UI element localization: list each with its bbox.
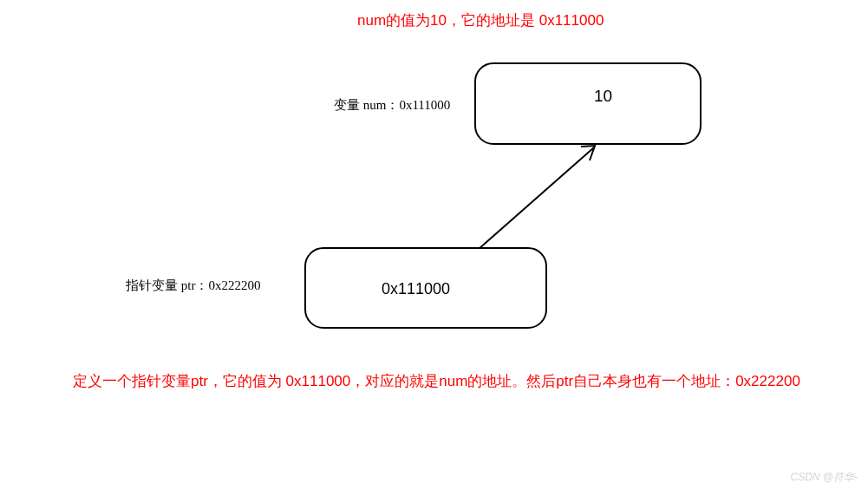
- explanation-top: num的值为10，它的地址是 0x111000: [357, 10, 604, 30]
- num-label: 变量 num：0x111000: [334, 97, 450, 114]
- watermark: CSDN @符华-: [790, 470, 858, 485]
- ptr-value: 0x111000: [382, 280, 450, 298]
- svg-line-0: [471, 147, 594, 256]
- num-box: [474, 62, 702, 145]
- ptr-label: 指针变量 ptr：0x222200: [126, 278, 260, 294]
- pointer-arrow: [447, 134, 620, 260]
- explanation-bottom: 定义一个指针变量ptr，它的值为 0x111000，对应的就是num的地址。然后…: [73, 370, 819, 393]
- num-value: 10: [594, 87, 612, 106]
